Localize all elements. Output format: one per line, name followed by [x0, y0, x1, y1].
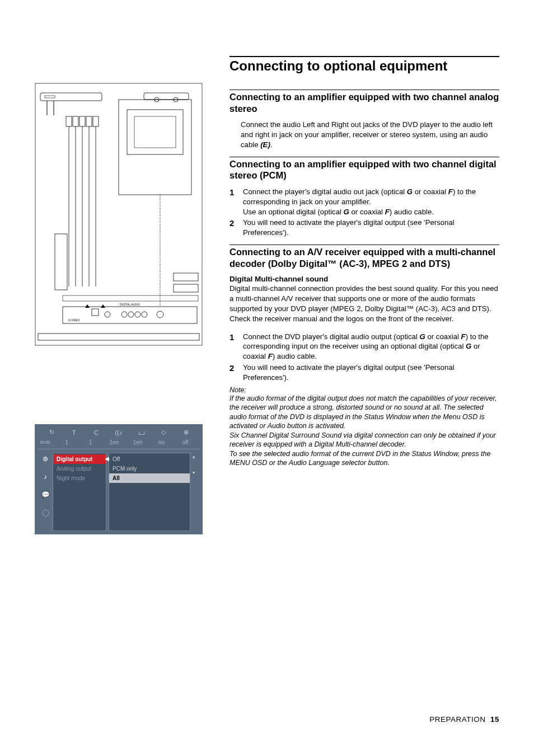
- osd-dvd-label: DVD: [40, 440, 55, 445]
- footer-page-number: 15: [490, 715, 499, 724]
- page-footer: PREPARATION 15: [429, 715, 499, 724]
- osd-top-icon-row: ↻ T C ((♪ ⌴ ◇ ⊕: [38, 428, 199, 439]
- svg-rect-26: [92, 309, 99, 316]
- svg-marker-36: [85, 304, 90, 308]
- svg-rect-25: [63, 307, 197, 323]
- svg-point-27: [105, 312, 110, 317]
- av-steps: 1 Connect the DVD player's digital audio…: [229, 332, 499, 383]
- svg-point-28: [121, 312, 127, 317]
- svg-point-29: [128, 312, 134, 317]
- osd-scroll-marks: ▾▾: [193, 453, 199, 531]
- svg-text:S-VIDEO: S-VIDEO: [68, 318, 80, 322]
- content-column: Connecting to optional equipment Connect…: [229, 56, 499, 534]
- svg-rect-14: [86, 116, 92, 126]
- note-paragraph: Six Channel Digital Surround Sound via d…: [229, 431, 499, 449]
- list-item: 2 You will need to activate the player's…: [229, 218, 499, 238]
- osd-icon-audio: ((♪: [107, 429, 130, 436]
- svg-point-32: [157, 311, 163, 318]
- osd-menu-item: Analog output: [53, 464, 106, 473]
- osd-icon-subtitle: ⌴: [130, 429, 152, 436]
- section-heading-pcm: Connecting to an amplifier equipped with…: [229, 157, 499, 181]
- osd-option-item: PCM only: [109, 464, 190, 473]
- svg-rect-23: [174, 284, 198, 292]
- svg-rect-13: [79, 116, 85, 126]
- svg-rect-5: [134, 116, 176, 148]
- osd-option-item: All: [109, 473, 190, 483]
- osd-menu-item: Night mode: [53, 473, 106, 483]
- svg-rect-3: [119, 100, 191, 195]
- osd-icon-zoom: ⊕: [175, 429, 197, 436]
- analog-body: Connect the audio Left and Right out jac…: [229, 120, 499, 149]
- page-title: Connecting to optional equipment: [229, 56, 499, 74]
- list-item: 1 Connect the player's digital audio out…: [229, 187, 499, 217]
- osd-menu-item: Digital output: [53, 454, 106, 464]
- svg-rect-21: [55, 234, 67, 290]
- osd-icon-title: T: [63, 429, 85, 436]
- osd-side-tabs: ⊚ ♪ 💬 ◯: [38, 453, 53, 531]
- svg-point-31: [142, 312, 147, 317]
- svg-rect-24: [63, 295, 198, 301]
- svg-rect-12: [73, 116, 78, 126]
- svg-rect-2: [45, 96, 55, 98]
- osd-icon-chapter: C: [85, 429, 107, 436]
- list-item: 1 Connect the DVD player's digital audio…: [229, 332, 499, 361]
- svg-rect-15: [93, 116, 99, 126]
- note-paragraph: If the audio format of the digital outpu…: [229, 394, 499, 431]
- osd-option-item: Off: [109, 454, 190, 464]
- svg-text:DIGITAL AUDIO: DIGITAL AUDIO: [120, 303, 140, 306]
- pcm-steps: 1 Connect the player's digital audio out…: [229, 187, 499, 238]
- osd-menu-screenshot: ↻ T C ((♪ ⌴ ◇ ⊕ DVD 1 1 1en 1en no off ⊚: [35, 424, 203, 534]
- left-arrow-icon: ◀: [105, 456, 109, 462]
- osd-side-icon-picture: ⊚: [43, 455, 48, 463]
- osd-menu-list: Digital output Analog output Night mode: [53, 453, 106, 531]
- footer-section-label: PREPARATION: [429, 715, 485, 724]
- osd-side-icon-features: ◯: [42, 509, 49, 516]
- section-heading-av: Connecting to an A/V receiver equipped w…: [229, 245, 499, 269]
- osd-icon-angle: ◇: [152, 429, 175, 436]
- svg-rect-11: [66, 116, 72, 126]
- connection-diagram: S-VIDEO DIGITAL AUDIO: [35, 83, 203, 346]
- section-heading-analog: Connecting to an amplifier equipped with…: [229, 90, 499, 114]
- list-item: 2 You will need to activate the player's…: [229, 363, 499, 383]
- svg-marker-37: [101, 304, 105, 308]
- av-paragraph: Digital multi-channel connection provide…: [229, 284, 499, 323]
- svg-rect-1: [40, 93, 102, 101]
- osd-status-row: DVD 1 1 1en 1en no off: [38, 439, 199, 449]
- note-label: Note:: [229, 386, 499, 394]
- note-paragraph: To see the selected audio format of the …: [229, 449, 499, 468]
- left-illustration-column: S-VIDEO DIGITAL AUDIO ↻ T C ((♪ ⌴: [35, 56, 214, 534]
- osd-side-icon-language: 💬: [41, 491, 50, 499]
- osd-option-list: ◀ Off PCM only All: [109, 453, 190, 531]
- osd-icon-repeat: ↻: [40, 429, 63, 436]
- svg-rect-22: [174, 273, 198, 281]
- svg-point-30: [135, 312, 140, 317]
- osd-side-icon-sound: ♪: [44, 473, 47, 481]
- svg-rect-6: [144, 93, 189, 100]
- av-subheading: Digital Multi-channel sound: [229, 275, 499, 283]
- svg-rect-35: [38, 334, 199, 340]
